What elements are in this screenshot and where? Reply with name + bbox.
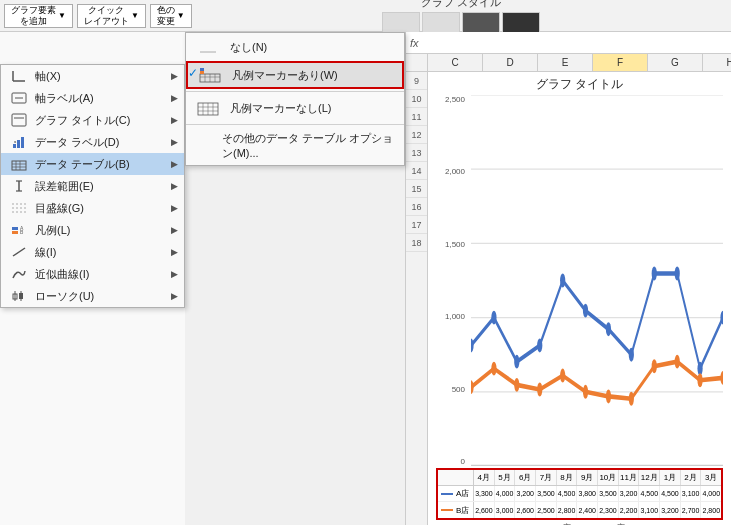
- series-b-dot-5: [583, 385, 588, 399]
- dt-a-val-9: 4,500: [639, 486, 660, 501]
- svg-rect-21: [12, 227, 18, 230]
- y-label-2000: 2,000: [445, 167, 465, 176]
- submenu-item-without-marker[interactable]: 凡例マーカーなし(L): [186, 94, 404, 122]
- dt-a-val-7: 3,500: [598, 486, 619, 501]
- candle-icon: [9, 288, 29, 304]
- chart-body: 2,500 2,000 1,500 1,000 500 0: [436, 95, 723, 466]
- dt-header-7: 7月: [536, 470, 557, 485]
- fx-label: fx: [410, 37, 419, 49]
- formula-bar: fx: [406, 32, 731, 54]
- legend-icon: AB: [9, 222, 29, 238]
- svg-rect-36: [200, 68, 204, 71]
- submenu-without-marker-icon: [194, 97, 222, 119]
- col-header-f: F: [593, 54, 648, 71]
- menu-label-chart-title: グラフ タイトル(C): [35, 113, 130, 128]
- data-label-arrow-icon: ▶: [171, 137, 178, 147]
- series-a-dot-2: [514, 355, 519, 369]
- menu-item-axis[interactable]: 軸(X) ▶: [1, 65, 184, 87]
- axis-arrow-icon: ▶: [171, 71, 178, 81]
- menu-item-axis-label[interactable]: 軸ラベル(A) ▶: [1, 87, 184, 109]
- series-b-dot-11: [720, 371, 723, 385]
- dt-b-val-12: 2,800: [701, 502, 721, 518]
- svg-rect-4: [12, 114, 26, 126]
- submenu-item-none[interactable]: なし(N): [186, 33, 404, 61]
- svg-rect-8: [21, 137, 24, 148]
- series-b-dot-9: [675, 355, 680, 369]
- line-icon: [9, 244, 29, 260]
- color-change-button[interactable]: 色の 変更 ▼: [150, 4, 192, 28]
- series-b-dot-1: [491, 362, 496, 376]
- dt-b-val-7: 2,300: [598, 502, 619, 518]
- series-a-dot-5: [583, 304, 588, 318]
- main-chart-area: fx C D E F G H I J 9 10 11 12 13 14 15 1…: [405, 32, 731, 525]
- line-arrow-icon: ▶: [171, 247, 178, 257]
- series-b-dot-8: [652, 359, 657, 373]
- submenu-with-marker-icon: [196, 64, 224, 86]
- svg-rect-6: [13, 144, 16, 148]
- dt-b-val-9: 3,100: [639, 502, 660, 518]
- series-a-line: [471, 274, 723, 369]
- approx-curve-icon: [9, 266, 29, 282]
- dt-a-val-3: 3,200: [515, 486, 536, 501]
- menu-label-approx-curve: 近似曲線(I): [35, 267, 89, 282]
- menu-label-legend: 凡例(L): [35, 223, 70, 238]
- dt-header-8: 8月: [557, 470, 578, 485]
- error-range-icon: [9, 178, 29, 194]
- dt-a-val-4: 3,500: [536, 486, 557, 501]
- y-label-1500: 1,500: [445, 240, 465, 249]
- dt-b-val-10: 3,200: [660, 502, 681, 518]
- col-header-d: D: [483, 54, 538, 71]
- series-a-legend-line: [441, 493, 453, 495]
- data-label-icon: a: [9, 134, 29, 150]
- menu-label-line: 線(I): [35, 245, 56, 260]
- menu-item-chart-title[interactable]: グラフ タイトル(C) ▶: [1, 109, 184, 131]
- series-a-dot-4: [560, 274, 565, 288]
- svg-rect-22: [12, 231, 18, 234]
- series-b-legend-line: [441, 509, 453, 511]
- dt-b-val-6: 2,400: [577, 502, 598, 518]
- menu-item-candle[interactable]: ローソク(U) ▶: [1, 285, 184, 307]
- y-label-1000: 1,000: [445, 312, 465, 321]
- menu-label-axis: 軸(X): [35, 69, 61, 84]
- add-element-button[interactable]: グラフ要素 を追加 ▼: [4, 4, 73, 28]
- menu-item-data-table[interactable]: データ テーブル(B) ▶: [1, 153, 184, 175]
- axis-icon: [9, 68, 29, 84]
- dt-b-val-1: 2,600: [474, 502, 495, 518]
- col-header-h: H: [703, 54, 731, 71]
- menu-item-error-range[interactable]: 誤差範囲(E) ▶: [1, 175, 184, 197]
- menu-item-legend[interactable]: AB 凡例(L) ▶: [1, 219, 184, 241]
- dt-a-val-12: 4,000: [701, 486, 721, 501]
- menu-item-approx-curve[interactable]: 近似曲線(I) ▶: [1, 263, 184, 285]
- svg-rect-37: [200, 71, 204, 74]
- series-a-dot-7: [629, 348, 634, 362]
- dt-header-2: 2月: [681, 470, 702, 485]
- data-table-icon: [9, 156, 29, 172]
- svg-text:B: B: [20, 229, 24, 235]
- dt-a-val-2: 4,000: [495, 486, 516, 501]
- menu-item-gridline[interactable]: 目盛線(G) ▶: [1, 197, 184, 219]
- dt-row-b: B店 2,600 3,000 2,600 2,500 2,800 2,400 2…: [438, 502, 721, 518]
- svg-line-25: [13, 248, 25, 256]
- submenu-none-label: なし(N): [230, 40, 267, 55]
- series-b-dot-7: [629, 392, 634, 406]
- dt-a-val-1: 3,300: [474, 486, 495, 501]
- menu-label-data-label: データ ラベル(D): [35, 135, 119, 150]
- submenu-item-other-options[interactable]: その他のデータ テーブル オプション(M)...: [186, 127, 404, 165]
- series-a-dot-1: [491, 311, 496, 325]
- checkmark-icon: ✓: [188, 66, 198, 80]
- submenu-data-table: ✓ なし(N) 凡例マーカーあり(W): [185, 32, 405, 166]
- error-range-arrow-icon: ▶: [171, 181, 178, 191]
- menu-label-candle: ローソク(U): [35, 289, 94, 304]
- dt-header-5: 5月: [495, 470, 516, 485]
- menu-label-gridline: 目盛線(G): [35, 201, 84, 216]
- menu-item-line[interactable]: 線(I) ▶: [1, 241, 184, 263]
- dt-row-a: A店 3,300 4,000 3,200 3,500 4,500 3,800 3…: [438, 486, 721, 502]
- submenu-item-with-marker[interactable]: 凡例マーカーあり(W): [186, 61, 404, 89]
- candle-arrow-icon: ▶: [171, 291, 178, 301]
- y-label-0: 0: [461, 457, 465, 466]
- svg-rect-7: [17, 140, 20, 148]
- quick-layout-button[interactable]: クイック レイアウト ▼: [77, 4, 146, 28]
- graph-style-label: グラフ スタイル: [421, 0, 501, 10]
- data-table: 4月 5月 6月 7月 8月 9月 10月 11月 12月 1月 2月 3月: [436, 468, 723, 520]
- menu-item-data-label[interactable]: a データ ラベル(D) ▶: [1, 131, 184, 153]
